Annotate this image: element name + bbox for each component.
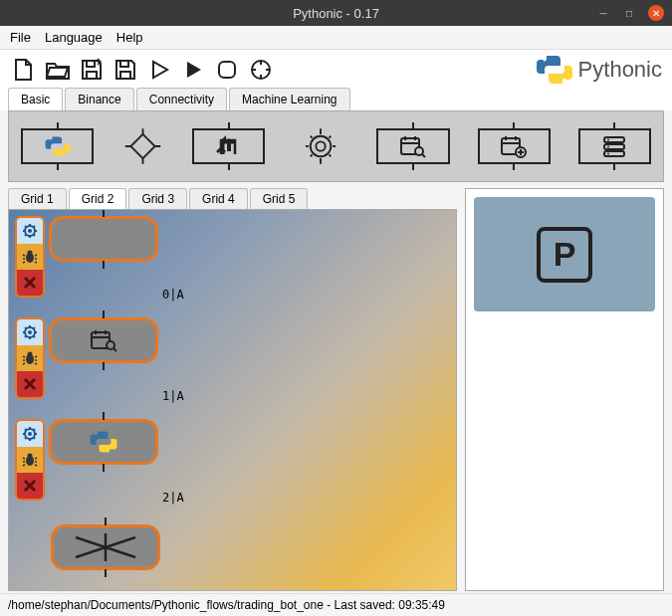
svg-point-21 [28, 330, 32, 334]
node-body[interactable] [49, 216, 158, 262]
python-icon [537, 54, 572, 86]
node-debug-button[interactable] [17, 244, 43, 270]
node-debug-button[interactable] [17, 345, 43, 371]
grid-tab-grid-2[interactable]: Grid 2 [69, 188, 127, 209]
toolbar-row: Pythonic [0, 50, 672, 88]
main-tab-connectivity[interactable]: Connectivity [136, 88, 227, 110]
grid-tab-grid-4[interactable]: Grid 4 [189, 188, 248, 209]
menu-language[interactable]: Language [45, 30, 103, 45]
close-button[interactable]: ✕ [648, 5, 664, 21]
node-body[interactable] [51, 524, 160, 570]
svg-point-17 [28, 229, 32, 233]
node-2[interactable] [15, 419, 158, 501]
side-panel: P [465, 188, 664, 591]
node-body[interactable] [49, 419, 158, 465]
open-file-button[interactable] [44, 56, 72, 84]
grid-tabs: Grid 1Grid 2Grid 3Grid 4Grid 5 [8, 188, 457, 209]
palette-python[interactable] [21, 128, 94, 164]
grid-area: Grid 1Grid 2Grid 3Grid 4Grid 5 0|A1|A2|A [8, 188, 457, 591]
node-label: 0|A [162, 288, 184, 302]
palette-branch[interactable] [121, 123, 164, 169]
svg-point-23 [28, 352, 33, 357]
menu-help[interactable]: Help [116, 30, 143, 45]
palette-scheduler-plus[interactable] [478, 128, 551, 164]
grid-tab-grid-5[interactable]: Grid 5 [250, 188, 309, 209]
workspace: Grid 1Grid 2Grid 3Grid 4Grid 5 0|A1|A2|A… [0, 182, 672, 593]
svg-point-4 [311, 136, 332, 157]
grid-canvas[interactable]: 0|A1|A2|A [8, 209, 457, 591]
svg-point-29 [28, 454, 33, 459]
node-delete-button[interactable] [17, 473, 43, 499]
node-delete-button[interactable] [17, 270, 43, 296]
svg-rect-0 [219, 62, 235, 78]
svg-point-14 [607, 146, 609, 148]
svg-point-25 [107, 341, 114, 349]
node-0[interactable] [15, 216, 158, 298]
logo: Pythonic [537, 54, 662, 86]
svg-point-2 [543, 59, 546, 62]
main-tabs: BasicBinanceConnectivityMachine Learning [0, 88, 672, 110]
svg-point-15 [607, 153, 609, 155]
main-tab-binance[interactable]: Binance [65, 88, 133, 110]
node-config-button[interactable] [17, 319, 43, 345]
node-config-button[interactable] [17, 218, 43, 244]
statusbar: /home/stephan/Documents/Pythonic_flows/t… [0, 593, 672, 616]
kill-button[interactable] [247, 56, 275, 84]
toolbar [10, 56, 275, 84]
minimize-button[interactable]: ─ [596, 6, 610, 20]
main-tab-machine-learning[interactable]: Machine Learning [229, 88, 349, 110]
menu-file[interactable]: File [10, 30, 31, 45]
stop-button[interactable] [213, 56, 241, 84]
save-button[interactable] [112, 56, 139, 84]
node-1[interactable] [15, 317, 158, 399]
run-debug-button[interactable] [145, 56, 173, 84]
window-title: Pythonic - 0.17 [293, 6, 379, 21]
svg-point-13 [607, 139, 609, 141]
node-3[interactable] [51, 524, 160, 570]
svg-point-7 [415, 147, 423, 155]
run-button[interactable] [179, 56, 207, 84]
palette-gear[interactable] [293, 123, 348, 169]
palette-stack[interactable] [578, 128, 651, 164]
menubar: File Language Help [0, 26, 672, 50]
node-config-button[interactable] [17, 421, 43, 447]
svg-point-3 [562, 79, 565, 82]
node-controls [15, 317, 45, 399]
maximize-button[interactable]: □ [622, 6, 636, 20]
status-text: /home/stephan/Documents/Pythonic_flows/t… [8, 598, 445, 612]
svg-point-27 [28, 432, 32, 436]
new-file-button[interactable] [10, 56, 38, 84]
node-controls [15, 419, 45, 501]
logo-text: Pythonic [578, 57, 662, 83]
grid-tab-grid-1[interactable]: Grid 1 [8, 188, 67, 209]
node-debug-button[interactable] [17, 447, 43, 473]
svg-point-19 [28, 251, 33, 256]
titlebar: Pythonic - 0.17 ─ □ ✕ [0, 0, 672, 26]
palette-scheduler-search[interactable] [376, 128, 449, 164]
grid-tab-grid-3[interactable]: Grid 3 [128, 188, 187, 209]
main-tab-basic[interactable]: Basic [8, 88, 63, 110]
node-body[interactable] [49, 317, 158, 363]
node-label: 2|A [162, 491, 184, 505]
element-palette [8, 110, 664, 182]
palette-return[interactable] [192, 128, 265, 164]
save-as-button[interactable] [78, 56, 106, 84]
node-controls [15, 216, 45, 298]
svg-point-5 [317, 141, 326, 150]
node-delete-button[interactable] [17, 371, 43, 397]
preview-letter: P [537, 227, 592, 283]
element-preview[interactable]: P [474, 197, 655, 311]
node-label: 1|A [162, 389, 184, 403]
